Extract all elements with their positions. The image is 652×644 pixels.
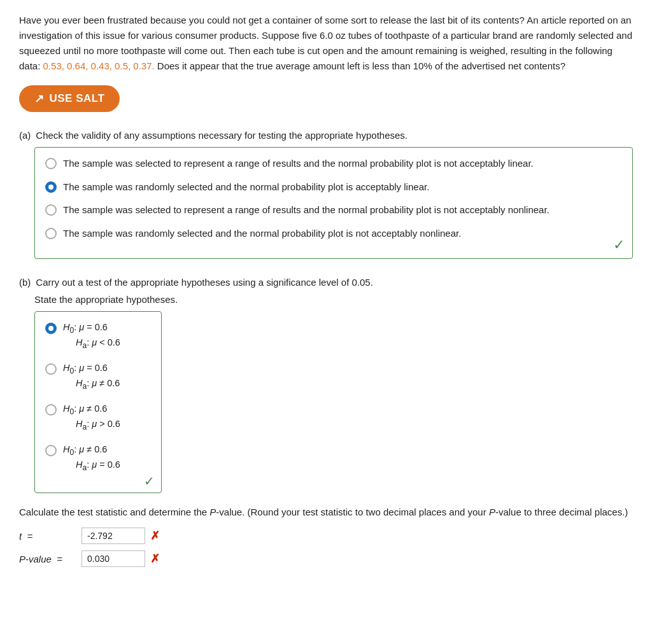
t-label: t = [19,531,76,542]
p-wrong-icon: ✗ [150,552,160,566]
hyp-h1-radio-inner [48,326,53,331]
use-salt-button[interactable]: ↗ USE SALT [19,85,120,112]
option-a3-row[interactable]: The sample was selected to represent a r… [45,203,622,218]
hyp-h4-radio[interactable] [45,445,57,456]
part-a-options-box: The sample was selected to represent a r… [34,147,633,259]
option-a2-radio-inner [48,185,53,190]
option-a3-radio[interactable] [45,204,57,216]
hyp-h3-line1: H0: μ ≠ 0.6 [63,403,107,414]
hyp-options-box: H0: μ = 0.6 Ha: μ < 0.6 H0: μ = 0.6 Ha: … [34,311,162,493]
t-wrong-icon: ✗ [150,529,160,543]
part-b-letter: (b) [19,277,31,288]
p-value-input[interactable] [82,550,145,567]
salt-icon: ↗ [34,92,45,106]
hyp-h4-line2: Ha: μ = 0.6 [63,458,120,473]
hyp-option-h3[interactable]: H0: μ ≠ 0.6 Ha: μ > 0.6 [45,402,151,433]
hyp-h1-text: H0: μ = 0.6 Ha: μ < 0.6 [63,321,120,351]
hyp-h3-line2: Ha: μ > 0.6 [63,417,120,433]
part-a-letter: (a) [19,130,31,141]
part-b-header: (b) Carry out a test of the appropriate … [19,277,633,288]
hyp-option-h1[interactable]: H0: μ = 0.6 Ha: μ < 0.6 [45,321,151,351]
part-b-question: Carry out a test of the appropriate hypo… [36,277,372,288]
hyp-h2-text: H0: μ = 0.6 Ha: μ ≠ 0.6 [63,361,120,392]
t-stat-row: t = ✗ [19,528,633,544]
data-values: 0.53, 0.64, 0.43, 0.5, 0.37. [43,60,155,71]
hyp-sub-label: State the appropriate hypotheses. [34,294,633,305]
hyp-h2-radio[interactable] [45,363,57,375]
option-a3-text: The sample was selected to represent a r… [63,203,549,218]
hyp-checkmark: ✓ [144,473,155,489]
hyp-h3-text: H0: μ ≠ 0.6 Ha: μ > 0.6 [63,402,120,433]
intro-text-after: Does it appear that the true average amo… [155,60,565,71]
option-a1-radio[interactable] [45,158,57,169]
part-a-question: Check the validity of any assumptions ne… [36,130,408,141]
hyp-h1-radio[interactable] [45,323,57,334]
option-a4-radio[interactable] [45,228,57,239]
part-a-checkmark: ✓ [613,237,625,253]
option-a4-text: The sample was randomly selected and the… [63,227,461,241]
hyp-h3-radio[interactable] [45,404,57,416]
option-a4-row[interactable]: The sample was randomly selected and the… [45,227,622,241]
p-value-row: P-value = ✗ [19,550,633,567]
part-a-section: (a) Check the validity of any assumption… [19,130,633,259]
intro-paragraph: Have you ever been frustrated because yo… [19,13,633,74]
calc-instructions: Calculate the test statistic and determi… [19,505,633,520]
hyp-h2-line1: H0: μ = 0.6 [63,363,108,373]
hyp-option-h2[interactable]: H0: μ = 0.6 Ha: μ ≠ 0.6 [45,361,151,392]
use-salt-label: USE SALT [50,92,105,105]
hyp-h4-line1: H0: μ ≠ 0.6 [63,444,107,454]
t-value-input[interactable] [82,528,145,544]
part-b-section: (b) Carry out a test of the appropriate … [19,277,633,567]
hyp-h2-line2: Ha: μ ≠ 0.6 [63,377,120,392]
hyp-option-h4[interactable]: H0: μ ≠ 0.6 Ha: μ = 0.6 [45,443,151,473]
p-label: P-value = [19,554,76,564]
hyp-h1-line2: Ha: μ < 0.6 [63,336,120,351]
option-a2-text: The sample was randomly selected and the… [63,180,429,195]
option-a1-row[interactable]: The sample was selected to represent a r… [45,157,622,171]
hyp-h1-line1: H0: μ = 0.6 [63,322,108,332]
part-a-header: (a) Check the validity of any assumption… [19,130,633,141]
option-a1-text: The sample was selected to represent a r… [63,157,534,171]
hyp-h4-text: H0: μ ≠ 0.6 Ha: μ = 0.6 [63,443,120,473]
option-a2-row[interactable]: The sample was randomly selected and the… [45,180,622,195]
calc-section: Calculate the test statistic and determi… [19,505,633,567]
option-a2-radio[interactable] [45,181,57,193]
